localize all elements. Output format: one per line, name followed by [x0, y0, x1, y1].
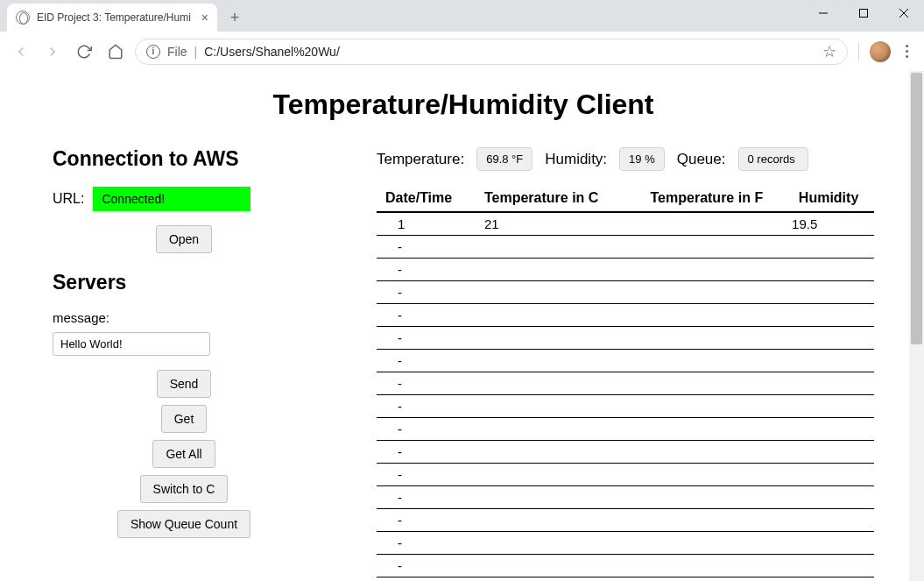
table-row: - — [377, 304, 874, 327]
table-row: 12119.5 — [377, 212, 874, 236]
info-icon: i — [146, 45, 160, 59]
new-tab-button[interactable]: + — [222, 5, 247, 30]
bookmark-star-icon[interactable]: ☆ — [822, 42, 836, 61]
connection-status: Connected! — [93, 187, 250, 211]
switch-to-c-button[interactable]: Switch to C — [140, 475, 229, 503]
table-row: - — [377, 259, 874, 281]
browser-menu-button[interactable] — [898, 45, 915, 58]
table-row: - — [377, 555, 874, 577]
data-table: Date/Time Temperature in C Temperature i… — [377, 185, 874, 577]
open-button[interactable]: Open — [156, 225, 212, 253]
table-row: - — [377, 532, 874, 555]
page-title: Temperature/Humidity Client — [53, 89, 874, 121]
table-row: - — [377, 281, 874, 304]
message-input[interactable] — [53, 332, 210, 356]
table-row: - — [377, 327, 874, 350]
reload-button[interactable] — [72, 39, 96, 64]
browser-tab[interactable]: EID Project 3: Temperature/Humi × — [7, 4, 217, 32]
url-scheme: File — [167, 45, 187, 59]
get-button[interactable]: Get — [161, 405, 208, 433]
browser-chrome: EID Project 3: Temperature/Humi × + i Fi… — [0, 0, 924, 71]
table-row: - — [377, 350, 874, 372]
url-path: C:/Users/Shanel%20Wu/ — [204, 45, 340, 59]
get-all-button[interactable]: Get All — [152, 440, 215, 468]
scrollbar-thumb[interactable] — [911, 73, 922, 344]
temperature-value: 69.8 °F — [476, 147, 533, 171]
table-row: - — [377, 464, 874, 486]
window-close-button[interactable] — [884, 0, 924, 26]
aws-heading: Connection to AWS — [53, 147, 315, 171]
address-bar[interactable]: i File | C:/Users/Shanel%20Wu/ ☆ — [135, 39, 848, 65]
show-queue-count-button[interactable]: Show Queue Count — [117, 510, 250, 538]
col-temp-f: Temperature in F — [631, 185, 784, 212]
humidity-label: Humidity: — [545, 151, 607, 168]
humidity-value: 19 % — [619, 147, 665, 171]
table-row: - — [377, 441, 874, 464]
table-row: - — [377, 486, 874, 509]
table-row: - — [377, 418, 874, 441]
home-button[interactable] — [103, 39, 128, 64]
table-row: - — [377, 509, 874, 532]
table-row: - — [377, 372, 874, 395]
servers-heading: Servers — [53, 271, 315, 294]
svg-rect-1 — [860, 10, 868, 18]
message-label: message: — [53, 310, 315, 325]
send-button[interactable]: Send — [157, 370, 212, 398]
col-datetime: Date/Time — [377, 185, 476, 212]
queue-value: 0 records — [738, 147, 808, 171]
tab-close-button[interactable]: × — [201, 11, 208, 25]
globe-icon — [16, 11, 30, 25]
table-row: - — [377, 395, 874, 418]
vertical-scrollbar[interactable] — [909, 71, 924, 581]
col-temp-c: Temperature in C — [476, 185, 631, 212]
profile-avatar[interactable] — [870, 41, 891, 62]
url-label: URL: — [53, 191, 84, 207]
forward-button[interactable] — [40, 39, 65, 64]
tab-title: EID Project 3: Temperature/Humi — [37, 11, 191, 24]
queue-label: Queue: — [677, 151, 726, 168]
window-minimize-button[interactable] — [803, 0, 843, 26]
table-row: - — [377, 236, 874, 259]
col-humidity: Humidity — [783, 185, 874, 212]
back-button[interactable] — [9, 39, 33, 64]
window-maximize-button[interactable] — [843, 0, 884, 26]
temperature-label: Temperature: — [377, 151, 464, 168]
